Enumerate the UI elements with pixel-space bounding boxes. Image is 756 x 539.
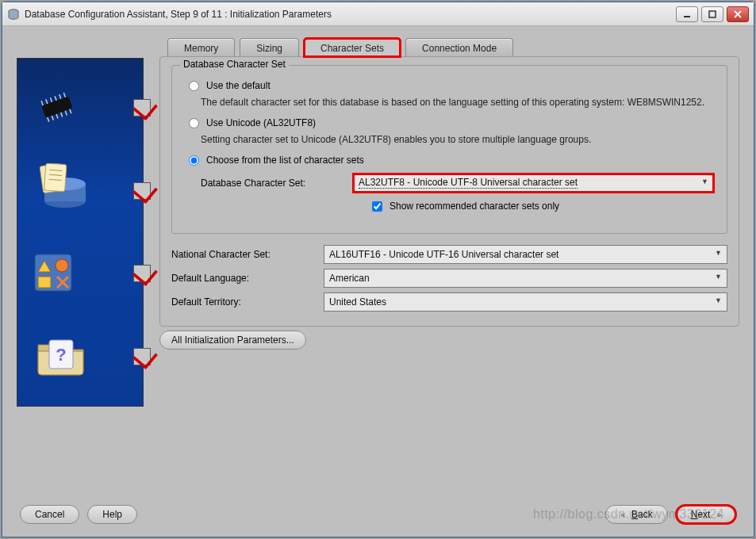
left-wizard-panel: ?: [17, 38, 144, 495]
footer: Cancel Help « Back Next »: [17, 495, 739, 529]
db-charset-label: Database Character Set:: [201, 178, 343, 189]
close-button[interactable]: [727, 6, 749, 22]
database-charset-group: Database Character Set Use the default T…: [171, 65, 727, 234]
tab-memory[interactable]: Memory: [167, 38, 235, 57]
step-check-2: [133, 182, 151, 200]
maximize-button[interactable]: [701, 6, 723, 22]
next-button[interactable]: Next »: [676, 505, 736, 524]
tab-sizing[interactable]: Sizing: [240, 38, 299, 57]
svg-line-4: [41, 101, 43, 105]
use-default-description: The default character set for this datab…: [201, 96, 714, 109]
db-charset-value: AL32UTF8 - Unicode UTF-8 Universal chara…: [359, 177, 578, 189]
group-legend: Database Character Set: [180, 59, 289, 70]
step-check-4: [133, 348, 151, 365]
default-territory-value: United States: [329, 296, 386, 308]
tab-content: Database Character Set Use the default T…: [159, 56, 739, 327]
step-check-1: [133, 99, 151, 117]
shapes-panel-icon: [33, 253, 73, 295]
radio-choose-list[interactable]: [189, 155, 199, 166]
minimize-button[interactable]: [676, 6, 698, 22]
use-unicode-description: Setting character set to Unicode (AL32UT…: [201, 133, 714, 147]
db-charset-combo[interactable]: AL32UTF8 - Unicode UTF-8 Universal chara…: [353, 174, 714, 193]
titlebar: Database Configuration Assistant, Step 9…: [2, 2, 754, 26]
svg-line-10: [48, 117, 49, 122]
window-title: Database Configuration Assistant, Step 9…: [25, 9, 671, 20]
national-charset-label: National Character Set:: [171, 249, 314, 260]
national-charset-combo[interactable]: AL16UTF16 - Unicode UTF-16 Universal cha…: [324, 245, 727, 264]
chip-icon: [33, 91, 81, 125]
back-button[interactable]: « Back: [605, 505, 667, 524]
radio-choose-list-label: Choose from the list of character sets: [206, 155, 364, 166]
svg-text:?: ?: [56, 345, 66, 365]
all-init-params-button[interactable]: All Initialization Parameters...: [159, 331, 306, 350]
radio-use-unicode-label: Use Unicode (AL32UTF8): [206, 117, 316, 128]
svg-line-11: [52, 116, 53, 120]
chevron-left-icon: «: [620, 510, 625, 519]
svg-line-7: [55, 96, 56, 101]
svg-line-15: [70, 109, 71, 113]
help-folder-icon: ?: [33, 334, 89, 380]
radio-use-default-label: Use the default: [206, 80, 271, 91]
next-label-rest: ext: [697, 509, 710, 520]
tab-connection-mode[interactable]: Connection Mode: [405, 38, 513, 57]
svg-rect-2: [709, 11, 716, 17]
default-territory-combo[interactable]: United States: [324, 292, 727, 312]
svg-point-26: [56, 259, 68, 272]
svg-line-13: [61, 113, 63, 117]
svg-line-6: [50, 97, 52, 102]
back-label-rest: ack: [638, 509, 653, 520]
cancel-button[interactable]: Cancel: [20, 505, 79, 524]
documents-icon: [33, 162, 89, 220]
svg-rect-27: [38, 277, 51, 288]
svg-line-5: [46, 99, 48, 104]
national-charset-value: AL16UTF16 - Unicode UTF-16 Universal cha…: [329, 249, 558, 260]
app-icon: [7, 8, 20, 21]
tab-character-sets[interactable]: Character Sets: [304, 38, 401, 57]
show-recommended-label: Show recommended character sets only: [390, 201, 559, 212]
svg-rect-1: [684, 16, 690, 17]
svg-line-12: [56, 114, 58, 119]
tab-bar: Memory Sizing Character Sets Connection …: [167, 38, 739, 57]
default-language-value: American: [329, 273, 370, 284]
step-check-3: [133, 265, 151, 282]
svg-line-9: [63, 93, 65, 97]
default-territory-label: Default Territory:: [171, 296, 314, 308]
help-button[interactable]: Help: [87, 505, 137, 524]
chevron-right-icon: »: [716, 510, 721, 519]
default-language-combo[interactable]: American: [324, 269, 727, 288]
radio-use-default[interactable]: [189, 81, 199, 91]
default-language-label: Default Language:: [171, 273, 314, 284]
radio-use-unicode[interactable]: [189, 118, 199, 128]
svg-rect-20: [44, 163, 67, 192]
show-recommended-checkbox[interactable]: [372, 201, 382, 212]
svg-line-8: [59, 94, 61, 99]
svg-line-14: [65, 111, 67, 116]
